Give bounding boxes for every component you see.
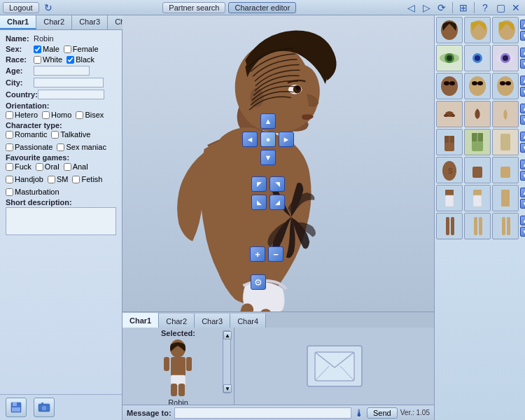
head-front-thumb-2[interactable] [464,73,491,99]
masturbation-option[interactable]: Masturbation [6,188,59,196]
legs-nav-down[interactable]: ▼ [520,227,525,237]
talkative-option[interactable]: Talkative [51,130,90,139]
help-icon[interactable]: ? [479,1,491,14]
homo-option[interactable]: Homo [42,111,71,119]
partner-search-button[interactable]: Partner search [162,2,225,13]
lower-body-thumb-1[interactable] [436,185,463,211]
torso-side-thumb-2[interactable] [464,157,491,183]
handjob-option[interactable]: Handjob [6,175,43,183]
char-tab-3[interactable]: Char3 [72,15,108,29]
head-side-thumb-2[interactable] [464,17,491,43]
grid-icon[interactable]: ⊞ [457,1,470,14]
save-icon[interactable] [6,398,27,417]
head-front-thumb-1[interactable] [436,73,463,99]
nose-thumb-1[interactable] [436,101,463,127]
sex-maniac-checkbox[interactable] [57,144,64,151]
send-button[interactable]: Send [367,407,398,419]
zoom-in-button[interactable]: + [250,246,265,262]
oral-checkbox[interactable] [36,163,43,171]
scroll-up-button[interactable]: ▲ [223,331,232,340]
nav-left-button[interactable]: ◄ [242,132,258,147]
lower-body-nav-up[interactable]: ▲ [520,188,525,197]
legs-thumb-1[interactable] [436,213,463,239]
city-input[interactable] [34,78,104,88]
character-editor-button[interactable]: Character editor [228,2,296,13]
masturbation-checkbox[interactable] [6,188,13,196]
eyes-thumb-2[interactable] [464,45,491,71]
passionate-option[interactable]: Passionate [6,143,52,151]
nav-down-button[interactable]: ▼ [260,150,276,165]
bottom-tab-3[interactable]: Char3 [195,314,230,328]
sex-maniac-option[interactable]: Sex maniac [57,143,106,151]
logout-button[interactable]: Logout [3,2,39,13]
eyes-nav-up[interactable]: ▲ [520,48,525,57]
arrow-right-icon[interactable]: ▷ [420,1,433,14]
female-option[interactable]: Female [64,45,99,53]
bottom-tab-1[interactable]: Char1 [122,313,159,328]
lower-body-thumb-2[interactable] [464,185,491,211]
fetish-option[interactable]: Fetish [72,175,102,183]
head-nav-down[interactable]: ▼ [520,31,525,41]
sm-checkbox[interactable] [48,176,55,183]
window-icon[interactable]: ▢ [494,1,507,14]
torso-side-thumb-1[interactable]: S [436,157,463,183]
white-option[interactable]: White [34,55,62,64]
nose-nav-up[interactable]: ▲ [520,104,525,113]
nav-up-button[interactable]: ▲ [260,113,276,129]
torso-side-nav-up[interactable]: ▲ [520,160,525,169]
homo-checkbox[interactable] [42,111,50,119]
zoom-out-button[interactable]: − [268,246,284,262]
torso-front-thumb-3[interactable] [492,129,519,155]
short-desc-input[interactable] [6,207,116,235]
char-tab-1[interactable]: Char1 [0,15,36,29]
black-checkbox[interactable] [66,56,74,64]
legs-nav-up[interactable]: ▲ [520,216,525,225]
nose-nav-down[interactable]: ▼ [520,115,525,125]
message-icon[interactable]: 🌡 [354,407,364,419]
torso-front-nav-up[interactable]: ▲ [520,132,525,141]
mini-scrollbar[interactable]: ▲ ▼ [223,330,231,393]
torso-front-thumb-1[interactable] [436,129,463,155]
nav-upright-button[interactable]: ◥ [270,176,285,192]
romantic-option[interactable]: Romantic [6,130,47,139]
anal-checkbox[interactable] [64,163,71,171]
hetero-checkbox[interactable] [6,111,13,119]
fetish-checkbox[interactable] [72,176,80,183]
romantic-checkbox[interactable] [6,131,13,139]
head-front-nav-down[interactable]: ▼ [520,87,525,97]
male-option[interactable]: Male [34,45,59,53]
head-side-thumb-3[interactable] [492,17,519,43]
oral-option[interactable]: Oral [36,162,59,171]
nav-upleft-button[interactable]: ◤ [251,176,267,192]
eyes-thumb-3[interactable] [492,45,519,71]
passionate-checkbox[interactable] [6,144,13,151]
male-checkbox[interactable] [34,46,41,53]
anal-option[interactable]: Anal [64,162,88,171]
country-input[interactable] [38,90,104,99]
nose-thumb-3[interactable] [492,101,519,127]
eyes-nav-down[interactable]: ▼ [520,59,525,69]
refresh-icon[interactable]: ↻ [42,1,55,14]
fuck-checkbox[interactable] [6,163,13,171]
female-checkbox[interactable] [64,46,71,53]
age-input[interactable] [34,66,90,76]
camera-icon[interactable] [34,398,55,417]
lower-body-thumb-3[interactable] [492,185,519,211]
bisex-option[interactable]: Bisex [76,111,104,119]
eyes-thumb-1[interactable] [436,45,463,71]
nav-right-button[interactable]: ► [279,132,294,147]
rotate-icon[interactable]: ⟳ [435,1,448,14]
char-tab-2[interactable]: Char2 [36,15,72,29]
legs-thumb-2[interactable] [464,213,491,239]
close-icon[interactable]: ✕ [510,1,522,14]
nav-center-button[interactable]: ● [260,132,276,147]
head-front-nav-up[interactable]: ▲ [520,76,525,85]
nav-downright-button[interactable]: ◢ [270,195,285,210]
hetero-option[interactable]: Hetero [6,111,38,119]
head-front-thumb-3[interactable] [492,73,519,99]
bottom-tab-2[interactable]: Char2 [159,314,195,328]
black-option[interactable]: Black [66,55,94,64]
nose-thumb-2[interactable] [464,101,491,127]
fuck-option[interactable]: Fuck [6,162,31,171]
torso-front-nav-down[interactable]: ▼ [520,143,525,153]
